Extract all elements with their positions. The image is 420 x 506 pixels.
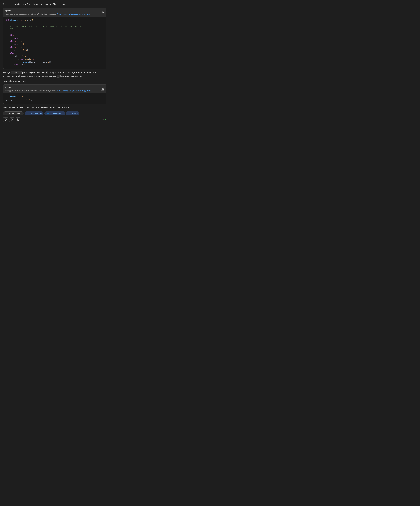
code-block-2: Python Kod wygenerowany przez sztuczną i…: [3, 84, 106, 104]
ref-icon-3: ♦: [69, 113, 71, 114]
intro-text: Oto przykładowa funkcja w Pythonie, któr…: [3, 3, 106, 6]
svg-rect-0: [103, 12, 103, 13]
ref-label-1: algorytm.edu.pl: [30, 112, 42, 115]
footer-links: Dowiedz się więcej ⌄ 1 🔧 algorytm.edu.pl…: [3, 111, 106, 115]
code-notice-link-1[interactable]: Więcej informacji w Często zadawanych py…: [57, 13, 91, 15]
action-bar: 1 z 4: [3, 118, 106, 122]
code-block-1: Python Kod wygenerowany przez sztuczną i…: [3, 8, 106, 69]
ref-link-3[interactable]: 3 ♦ ddeby.pl: [66, 111, 79, 115]
svg-rect-1: [103, 89, 103, 90]
inline-code-fibonacci: fibonacci: [11, 71, 22, 74]
thumbs-down-button[interactable]: [9, 118, 14, 122]
ref-num-1: 1: [26, 112, 27, 115]
code-block-1-header: Python Kod wygenerowany przez sztuczną i…: [3, 8, 106, 17]
code-notice-2: Kod wygenerowany przez sztuczną intelige…: [5, 89, 104, 92]
code-notice-1: Kod wygenerowany przez sztuczną intelige…: [5, 13, 104, 15]
ref-num-3: 3: [68, 112, 68, 115]
thumbs-up-button[interactable]: [3, 118, 8, 122]
ref-link-2[interactable]: 2 🌐 pl.code-paper.com: [44, 111, 65, 115]
action-buttons: [3, 118, 20, 122]
code-block-2-body: >>> fibonacci(10) [0, 1, 1, 2, 3, 5, 8, …: [3, 93, 106, 103]
ref-num-2: 2: [46, 112, 47, 115]
page-text: 1 z 4: [100, 118, 104, 121]
final-text: Mam nadzieję, że to pomogło! Daj mi znać…: [3, 106, 106, 109]
code-notice-link-2[interactable]: Więcej informacji w Często zadawanych py…: [57, 90, 91, 92]
status-dot: [105, 119, 106, 120]
code-lang-1: Python: [5, 9, 104, 12]
copy-button-1[interactable]: [101, 11, 105, 14]
inline-code-n2: n: [57, 75, 60, 78]
ref-icon-2: 🌐: [47, 113, 49, 114]
code-block-2-header: Python Kod wygenerowany przez sztuczną i…: [3, 85, 106, 93]
code-block-1-body: def fibonacci(n: int) -> list[int]: """ …: [3, 17, 106, 68]
learn-more-button[interactable]: Dowiedz się więcej ⌄: [3, 112, 24, 115]
svg-rect-2: [18, 119, 19, 120]
copy-response-button[interactable]: [15, 118, 20, 122]
page-indicator: 1 z 4: [100, 118, 106, 121]
inline-code-n1: n: [45, 71, 48, 74]
description-text: Funkcja fibonacci przyjmuje jeden argume…: [3, 71, 106, 78]
ref-link-1[interactable]: 1 🔧 algorytm.edu.pl: [25, 111, 43, 115]
ref-label-3: ddeby.pl: [72, 112, 78, 115]
chevron-down-icon: ⌄: [20, 113, 22, 114]
code-lang-2: Python: [5, 86, 104, 89]
ref-label-2: pl.code-paper.com: [50, 112, 63, 115]
example-title: Przykładowe użycie funkcji:: [3, 80, 106, 83]
copy-button-2[interactable]: [101, 87, 105, 91]
ref-icon-1: 🔧: [28, 113, 30, 114]
learn-more-label: Dowiedz się więcej: [5, 113, 20, 114]
